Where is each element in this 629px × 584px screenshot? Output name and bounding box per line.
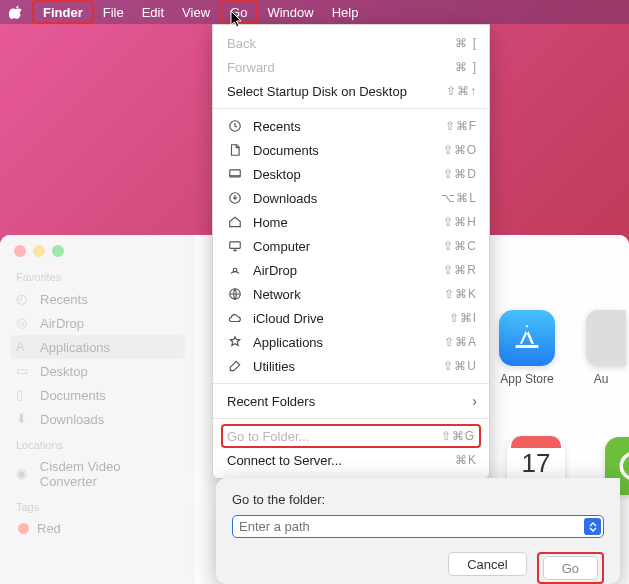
menu-edit[interactable]: Edit [133, 0, 173, 24]
shortcut-label: ⌘ ] [455, 60, 477, 74]
separator [213, 418, 489, 419]
sidebar-item-desktop[interactable]: ▭Desktop [10, 359, 185, 383]
apple-menu[interactable] [8, 4, 24, 20]
button-label: Go [562, 561, 579, 576]
airdrop-icon: ◎ [16, 315, 32, 331]
sidebar-item-label: Downloads [40, 412, 104, 427]
calendar-icon: 17 [511, 454, 561, 479]
desktop-icon [227, 166, 243, 182]
menu-item-label: Select Startup Disk on Desktop [227, 84, 436, 99]
app-label: Au [586, 372, 616, 386]
sidebar-item-label: Desktop [40, 364, 88, 379]
dialog-buttons: Cancel Go [232, 552, 604, 584]
go-button-highlight: Go [537, 552, 604, 584]
airdrop-icon [227, 262, 243, 278]
sidebar-section-locations: Locations [16, 439, 185, 451]
sidebar-item-label: Recents [40, 292, 88, 307]
window-controls [10, 245, 185, 257]
sidebar-item-label: Red [37, 521, 61, 536]
menu-item-icloud[interactable]: iCloud Drive ⇧⌘I [213, 306, 489, 330]
tag-dot-icon [18, 523, 29, 534]
menu-item-back: Back ⌘ [ [213, 31, 489, 55]
shortcut-label: ⇧⌘I [449, 311, 477, 325]
close-window-button[interactable] [14, 245, 26, 257]
menu-item-label: Downloads [253, 191, 431, 206]
sidebar-item-label: Applications [40, 340, 110, 355]
menu-item-go-to-folder[interactable]: Go to Folder... ⇧⌘G [221, 424, 481, 448]
menu-help[interactable]: Help [323, 0, 368, 24]
menu-finder[interactable]: Finder [32, 0, 94, 24]
separator [213, 108, 489, 109]
path-field-wrapper [232, 515, 604, 538]
menu-go[interactable]: Go [219, 0, 258, 24]
menu-item-recents[interactable]: Recents ⇧⌘F [213, 114, 489, 138]
menu-view[interactable]: View [173, 0, 219, 24]
sidebar-item-tag-red[interactable]: Red [10, 517, 185, 540]
menu-item-forward: Forward ⌘ ] [213, 55, 489, 79]
svg-point-17 [621, 453, 629, 479]
sidebar-item-documents[interactable]: ▯Documents [10, 383, 185, 407]
menu-item-computer[interactable]: Computer ⇧⌘C [213, 234, 489, 258]
menu-item-connect-server[interactable]: Connect to Server... ⌘K [213, 448, 489, 472]
go-button[interactable]: Go [543, 556, 598, 580]
shortcut-label: ⇧⌘A [444, 335, 477, 349]
menu-item-downloads[interactable]: Downloads ⌥⌘L [213, 186, 489, 210]
menu-item-utilities[interactable]: Utilities ⇧⌘U [213, 354, 489, 378]
shortcut-label: ⌘K [455, 453, 477, 467]
menu-item-recent-folders[interactable]: Recent Folders › [213, 389, 489, 413]
shortcut-label: ⇧⌘K [444, 287, 477, 301]
menu-item-network[interactable]: Network ⇧⌘K [213, 282, 489, 306]
doc-icon [227, 142, 243, 158]
menu-item-documents[interactable]: Documents ⇧⌘O [213, 138, 489, 162]
apps-icon: A [16, 339, 32, 355]
minimize-window-button[interactable] [33, 245, 45, 257]
menu-item-airdrop[interactable]: AirDrop ⇧⌘R [213, 258, 489, 282]
combo-button[interactable] [584, 518, 601, 535]
menu-item-label: Connect to Server... [227, 453, 445, 468]
sidebar-item-airdrop[interactable]: ◎AirDrop [10, 311, 185, 335]
zoom-window-button[interactable] [52, 245, 64, 257]
menu-item-label: Back [227, 36, 445, 51]
menu-item-home[interactable]: Home ⇧⌘H [213, 210, 489, 234]
menu-item-startup[interactable]: Select Startup Disk on Desktop ⇧⌘↑ [213, 79, 489, 103]
cancel-button[interactable]: Cancel [448, 552, 526, 576]
app-appstore[interactable]: App Store [496, 310, 558, 386]
menu-item-label: Recent Folders [227, 394, 462, 409]
app-icon [586, 310, 626, 366]
doc-icon: ▯ [16, 387, 32, 403]
calendar-day: 17 [511, 448, 561, 479]
shortcut-label: ⇧⌘R [443, 263, 477, 277]
app-au[interactable]: Au [586, 310, 616, 386]
menu-item-label: AirDrop [253, 263, 433, 278]
sidebar-item-label: Cisdem Video Converter [40, 459, 179, 489]
go-to-folder-dialog: Go to the folder: Cancel Go [216, 478, 620, 584]
chevron-updown-icon [588, 522, 598, 532]
menu-window[interactable]: Window [258, 0, 322, 24]
shortcut-label: ⌥⌘L [441, 191, 477, 205]
icloud-icon [227, 310, 243, 326]
menu-file[interactable]: File [94, 0, 133, 24]
appstore-icon [499, 310, 555, 366]
computer-icon [227, 238, 243, 254]
disk-icon: ◉ [16, 466, 32, 482]
desktop-icon: ▭ [16, 363, 32, 379]
shortcut-label: ⇧⌘D [443, 167, 477, 181]
sidebar-item-downloads[interactable]: ⬇Downloads [10, 407, 185, 431]
svg-rect-3 [230, 242, 241, 248]
menu-item-label: Network [253, 287, 434, 302]
shortcut-label: ⇧⌘H [443, 215, 477, 229]
path-input[interactable] [239, 519, 597, 534]
sidebar-item-applications[interactable]: AApplications [10, 335, 185, 359]
menu-item-label: Computer [253, 239, 433, 254]
sidebar-item-recents[interactable]: ◴Recents [10, 287, 185, 311]
app-grid: App Store Au [496, 310, 616, 386]
shortcut-label: ⇧⌘O [443, 143, 477, 157]
app-label: App Store [496, 372, 558, 386]
sidebar-item-cisdem[interactable]: ◉Cisdem Video Converter [10, 455, 185, 493]
menu-item-applications[interactable]: Applications ⇧⌘A [213, 330, 489, 354]
menu-item-label: Desktop [253, 167, 433, 182]
menu-item-desktop[interactable]: Desktop ⇧⌘D [213, 162, 489, 186]
clock-icon: ◴ [16, 291, 32, 307]
sidebar-item-label: AirDrop [40, 316, 84, 331]
screen: Finder File Edit View Go Window Help Bac… [0, 0, 629, 584]
